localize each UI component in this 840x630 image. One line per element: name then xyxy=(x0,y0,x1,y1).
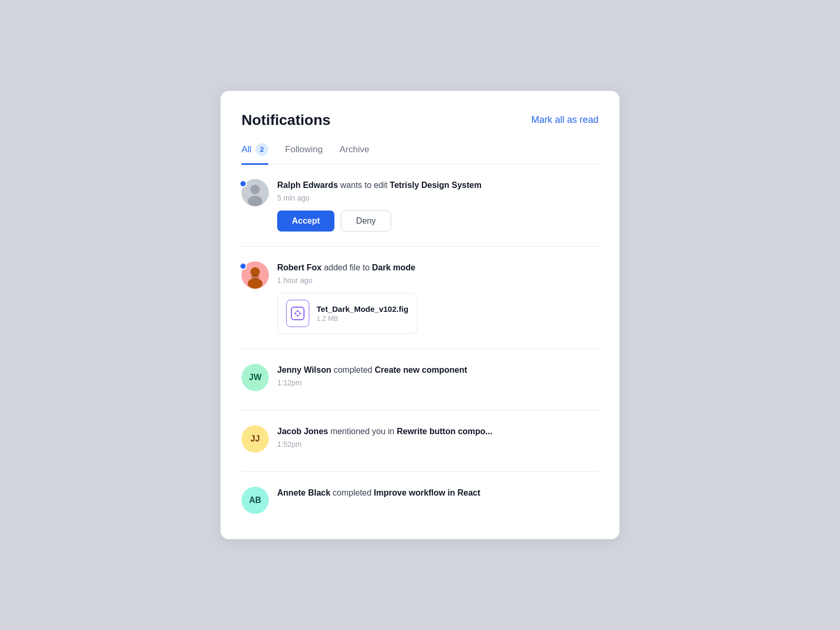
notification-target: Improve workflow in React xyxy=(374,488,480,497)
notification-user: Jenny Wilson xyxy=(277,365,331,374)
notification-target: Create new component xyxy=(375,365,467,374)
notification-item: Ralph Edwards wants to edit Tetrisly Des… xyxy=(242,164,598,247)
notification-content: Jenny Wilson completed Create new compon… xyxy=(277,364,598,395)
tab-all[interactable]: All 2 xyxy=(242,143,268,165)
panel-title: Notifications xyxy=(242,112,331,129)
notification-target: Tetrisly Design System xyxy=(390,181,481,190)
avatar-initials: JJ xyxy=(250,434,260,444)
tab-archive-label: Archive xyxy=(340,144,370,155)
svg-point-6 xyxy=(251,274,259,279)
mark-all-read-button[interactable]: Mark all as read xyxy=(531,114,598,125)
notification-action: added file to xyxy=(321,263,372,272)
avatar-wrapper xyxy=(242,179,269,206)
notification-text: Ralph Edwards wants to edit Tetrisly Des… xyxy=(277,179,598,192)
notification-content: Annete Black completed Improve workflow … xyxy=(277,487,598,501)
notification-text: Annete Black completed Improve workflow … xyxy=(277,487,598,499)
notification-content: Robert Fox added file to Dark mode 1 hou… xyxy=(277,261,598,334)
file-icon xyxy=(286,300,309,327)
notification-time: 1 hour ago xyxy=(277,276,598,285)
file-attachment[interactable]: Tet_Dark_Mode_v102.fig 1.2 MB xyxy=(277,293,417,334)
avatar-wrapper xyxy=(242,261,269,289)
avatar-wrapper: JW xyxy=(242,364,269,391)
tab-following[interactable]: Following xyxy=(285,144,323,164)
notification-text: Jacob Jones mentioned you in Rewrite but… xyxy=(277,425,598,438)
notification-user: Jacob Jones xyxy=(277,427,328,436)
tab-all-label: All xyxy=(242,144,251,155)
file-name: Tet_Dark_Mode_v102.fig xyxy=(317,304,408,313)
tab-all-badge: 2 xyxy=(256,143,268,156)
svg-rect-7 xyxy=(291,307,304,320)
avatar: AB xyxy=(242,487,269,514)
avatar: JJ xyxy=(242,425,269,453)
notification-content: Jacob Jones mentioned you in Rewrite but… xyxy=(277,425,598,457)
svg-point-5 xyxy=(248,278,262,289)
notification-text: Jenny Wilson completed Create new compon… xyxy=(277,364,598,376)
svg-point-1 xyxy=(250,185,260,194)
notification-user: Ralph Edwards xyxy=(277,181,338,190)
panel-header: Notifications Mark all as read xyxy=(242,112,598,129)
notification-content: Ralph Edwards wants to edit Tetrisly Des… xyxy=(277,179,598,232)
tab-following-label: Following xyxy=(285,144,323,155)
notification-user: Annete Black xyxy=(277,488,330,497)
deny-button[interactable]: Deny xyxy=(341,211,391,232)
notification-list: Ralph Edwards wants to edit Tetrisly Des… xyxy=(242,164,598,529)
file-info: Tet_Dark_Mode_v102.fig 1.2 MB xyxy=(317,304,408,322)
tabs-bar: All 2 Following Archive xyxy=(242,143,598,165)
svg-point-8 xyxy=(296,311,300,316)
notification-target: Rewrite button compo... xyxy=(397,427,492,436)
notification-text: Robert Fox added file to Dark mode xyxy=(277,261,598,274)
file-size: 1.2 MB xyxy=(317,314,408,322)
avatar-wrapper: AB xyxy=(242,487,269,514)
notification-action: wants to edit xyxy=(338,181,390,190)
svg-point-2 xyxy=(248,196,262,206)
notification-action: completed xyxy=(330,488,374,497)
notifications-panel: Notifications Mark all as read All 2 Fol… xyxy=(220,91,620,540)
notification-target: Dark mode xyxy=(372,263,416,272)
avatar-initials: JW xyxy=(249,373,261,382)
accept-button[interactable]: Accept xyxy=(277,211,334,232)
action-buttons: Accept Deny xyxy=(277,211,598,232)
avatar-wrapper: JJ xyxy=(242,425,269,453)
notification-item: Robert Fox added file to Dark mode 1 hou… xyxy=(242,247,598,349)
notification-user: Robert Fox xyxy=(277,263,321,272)
notification-action: completed xyxy=(331,365,375,374)
avatar-initials: AB xyxy=(249,496,261,505)
notification-item: JW Jenny Wilson completed Create new com… xyxy=(242,349,598,411)
notification-time: 1:12pm xyxy=(277,379,598,387)
tab-archive[interactable]: Archive xyxy=(340,144,370,164)
notification-item: JJ Jacob Jones mentioned you in Rewrite … xyxy=(242,411,598,472)
notification-time: 5 min ago xyxy=(277,194,598,202)
notification-item: AB Annete Black completed Improve workfl… xyxy=(242,472,598,529)
notification-time: 1:52pm xyxy=(277,440,598,448)
notification-action: mentioned you in xyxy=(328,427,397,436)
avatar: JW xyxy=(242,364,269,391)
